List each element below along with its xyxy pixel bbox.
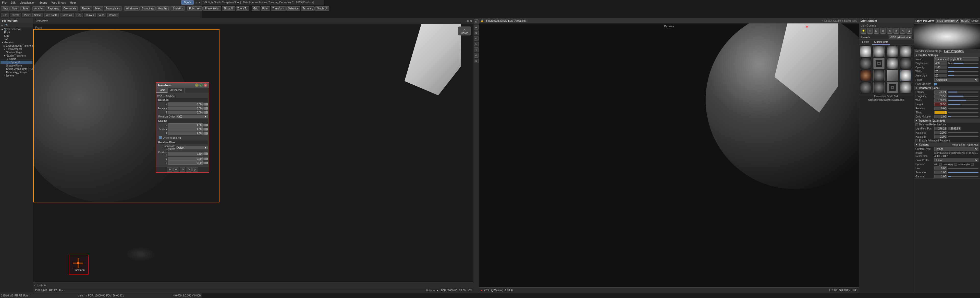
tree-item-envs[interactable]: ▼ Environments: [0, 48, 32, 51]
maintain-checkbox[interactable]: [915, 124, 918, 126]
btn-render2[interactable]: Render: [107, 13, 119, 17]
light-thumb-14[interactable]: [887, 82, 898, 93]
vbt-icon-1[interactable]: ◁: [34, 284, 36, 287]
saturation-input[interactable]: [934, 171, 947, 174]
name-input[interactable]: [934, 57, 978, 61]
rotation-x-slider[interactable]: [204, 103, 208, 106]
btn-wireframe[interactable]: Wireframe: [124, 6, 140, 11]
light-thumb-0[interactable]: [860, 46, 871, 57]
pivot-y-input[interactable]: [168, 157, 203, 161]
vtb-btn-5[interactable]: ▷: [474, 42, 479, 46]
tree-item-studio[interactable]: ▼ Studio: [0, 57, 32, 61]
tree-item-sphere1[interactable]: ○ Sphere1: [0, 61, 32, 64]
tab-basic[interactable]: Basic: [156, 88, 168, 93]
vbt-icon-2[interactable]: △: [37, 284, 38, 287]
handle-b-input[interactable]: [934, 135, 947, 138]
btn-curves[interactable]: Curves: [84, 13, 96, 17]
rotation-order-dropdown[interactable]: XYZ ▼: [176, 115, 208, 118]
menu-webshops[interactable]: Web Shops: [49, 0, 68, 5]
light-thumb-1[interactable]: [873, 46, 885, 57]
btn-view2[interactable]: View: [22, 13, 32, 17]
tree-item-envtrans[interactable]: ▶ Environments/Transforms: [0, 44, 32, 48]
tree-item-top[interactable]: Top: [0, 38, 32, 41]
btn-statistics[interactable]: Statistics: [171, 6, 185, 11]
lightfield-x[interactable]: [934, 127, 947, 130]
latitude-slider[interactable]: [948, 92, 978, 92]
lc-btn-1[interactable]: 💡: [861, 28, 866, 34]
vtb-btn-4[interactable]: ⊘: [474, 36, 479, 41]
lc-btn-4[interactable]: ⊕: [880, 28, 886, 34]
btn-transform[interactable]: Transform: [271, 6, 286, 11]
handle-a-slider[interactable]: [948, 132, 978, 133]
btn-stampplates[interactable]: Stampplates: [104, 6, 122, 11]
content-type-select[interactable]: Image: [934, 147, 978, 151]
light-thumb-15[interactable]: [900, 82, 912, 93]
btn-render[interactable]: Render: [80, 6, 92, 11]
dialog-btn-3[interactable]: ⟲: [180, 167, 185, 171]
btn-verttools[interactable]: Vert.Tools: [44, 13, 59, 17]
sg-icon-1[interactable]: ☰: [1, 24, 3, 26]
pivot-x-slider[interactable]: [204, 152, 208, 155]
btn-single-ui[interactable]: Single UI: [315, 6, 329, 11]
btn-verts[interactable]: Verts: [97, 13, 106, 17]
rotation-input[interactable]: [934, 106, 947, 110]
tree-item-shadowplane[interactable]: ShadowPlane: [0, 64, 32, 67]
pivot-y-slider[interactable]: [204, 157, 208, 160]
vbt-icon-5[interactable]: ⊕: [44, 284, 46, 287]
lc-btn-6[interactable]: ⊗: [894, 28, 899, 34]
dialog-btn-4[interactable]: ⟳: [186, 167, 192, 171]
lp-colorspace-select[interactable]: sRGB (glMonitor): [935, 19, 959, 23]
vtb-btn-6[interactable]: ◁: [474, 48, 479, 52]
gamma-input[interactable]: [934, 174, 947, 178]
btn-boundings[interactable]: Boundings: [140, 6, 156, 11]
lc-btn-5[interactable]: ⊖: [887, 28, 892, 34]
handle-b-slider[interactable]: [948, 136, 978, 137]
btn-artables[interactable]: Artables: [32, 6, 45, 11]
hue-slider[interactable]: [948, 168, 978, 169]
btn-open[interactable]: Open: [10, 6, 20, 11]
value-blend-tab[interactable]: Value Blend: [952, 144, 965, 146]
btn-presentation[interactable]: Presentation: [203, 6, 221, 11]
light-thumb-11[interactable]: [900, 70, 912, 81]
tab-lights[interactable]: Lights: [860, 40, 871, 44]
signin-button[interactable]: Sign In: [181, 0, 194, 5]
lc-btn-8[interactable]: ◈: [907, 28, 912, 34]
light-thumb-12[interactable]: [860, 82, 871, 93]
vbt-icon-3[interactable]: ○: [39, 284, 41, 287]
opacity-input[interactable]: [934, 65, 947, 69]
vbt-icon-4[interactable]: ▷: [41, 284, 43, 287]
btn-fullscreen[interactable]: Fullscreen: [187, 6, 203, 11]
tab-light-properties[interactable]: Light Properties: [944, 50, 964, 53]
pivot-x-input[interactable]: [168, 152, 203, 155]
rotation-x-input[interactable]: [168, 103, 203, 106]
sg-icon-2[interactable]: +: [3, 24, 5, 26]
latitude-input[interactable]: [934, 90, 947, 94]
dialog-btn-5[interactable]: ▷: [192, 167, 198, 171]
scale-x-input[interactable]: [168, 124, 203, 127]
opacity-slider[interactable]: [948, 67, 978, 68]
scale-z-slider[interactable]: [204, 132, 208, 135]
tree-item-geogroups[interactable]: Geometry_Groups: [0, 71, 32, 74]
enable-advanced-checkbox[interactable]: [915, 139, 918, 142]
btn-downscale[interactable]: Downscale: [62, 6, 78, 11]
btn-raytransp[interactable]: Raytransp: [46, 6, 61, 11]
cam-visibility-checkbox[interactable]: [934, 83, 937, 86]
rotation-y-input[interactable]: [168, 106, 203, 110]
lc-btn-3[interactable]: ▷: [874, 28, 880, 34]
menu-help[interactable]: Help: [68, 0, 78, 5]
lc-btn-2[interactable]: ☀: [867, 28, 873, 34]
btn-headlight[interactable]: Headlight: [156, 6, 170, 11]
rotation-y-slider[interactable]: [204, 107, 208, 109]
brightness-input[interactable]: [934, 62, 947, 65]
smap-input[interactable]: [934, 111, 947, 114]
area-light-slider[interactable]: [948, 75, 978, 76]
sg-icon-3[interactable]: 🔍: [5, 24, 8, 26]
dialog-minimize-btn[interactable]: ─: [195, 83, 199, 87]
vtb-btn-8[interactable]: ⊙: [474, 59, 479, 63]
width-slider[interactable]: [948, 71, 978, 72]
btn-zoomto[interactable]: Zoom To: [235, 6, 249, 11]
tree-item-side[interactable]: Side: [0, 34, 32, 38]
transform-widget[interactable]: Transform: [69, 255, 89, 274]
menu-edit[interactable]: Edit: [9, 0, 18, 5]
light-thumb-6[interactable]: [887, 58, 898, 69]
